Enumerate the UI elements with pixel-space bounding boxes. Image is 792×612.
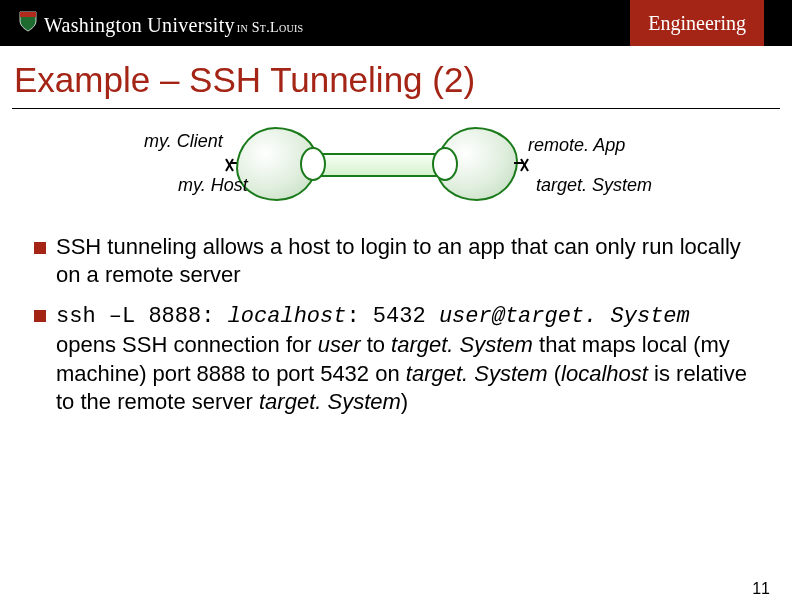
bullet-2: ssh –L 8888: localhost: 5432 user@target… [34,301,762,416]
ssh-command-prefix: ssh –L 8888: [56,304,228,329]
label-my-host: my. Host [178,175,248,196]
bullet-square-icon [34,310,46,322]
bullet-2-text: ssh –L 8888: localhost: 5432 user@target… [56,301,762,416]
slide-title: Example – SSH Tunneling (2) [14,60,792,100]
engineering-badge: Engineering [630,0,764,46]
university-logo: Washington University in St.Louis [18,10,303,37]
expl-target-3: target. System [259,389,401,414]
ssh-command-user: user@target. System [439,304,690,329]
port-right [432,147,458,181]
label-target-system: target. System [536,175,652,196]
expl-target-1: target. System [391,332,533,357]
bullet-1: SSH tunneling allows a host to login to … [34,233,762,289]
label-my-client: my. Client [144,131,223,152]
expl-part-6: ) [401,389,408,414]
university-name-sub: in St.Louis [237,20,304,36]
expl-localhost: localhost [561,361,648,386]
page-number: 11 [752,580,770,598]
tunnel-pipe [316,153,440,177]
port-left [300,147,326,181]
university-name-main: Washington University [44,14,235,37]
slide-body: SSH tunneling allows a host to login to … [34,233,762,416]
expl-target-2: target. System [406,361,548,386]
engineering-label: Engineering [648,12,746,35]
title-divider [12,108,780,109]
expl-part-1: opens SSH connection for [56,332,318,357]
expl-part-2: to [361,332,392,357]
label-remote-app: remote. App [528,135,625,156]
header-bar: Washington University in St.Louis Engine… [0,0,792,46]
app-connector-icon [514,162,524,164]
expl-part-4: ( [548,361,561,386]
ssh-command-localhost: localhost [228,304,347,329]
tunnel-diagram: my. Client my. Host remote. App target. … [16,113,776,223]
expl-user: user [318,332,361,357]
bullet-square-icon [34,242,46,254]
bullet-1-text: SSH tunneling allows a host to login to … [56,233,762,289]
shield-icon [18,10,38,36]
ssh-command-mid: : 5432 [346,304,438,329]
